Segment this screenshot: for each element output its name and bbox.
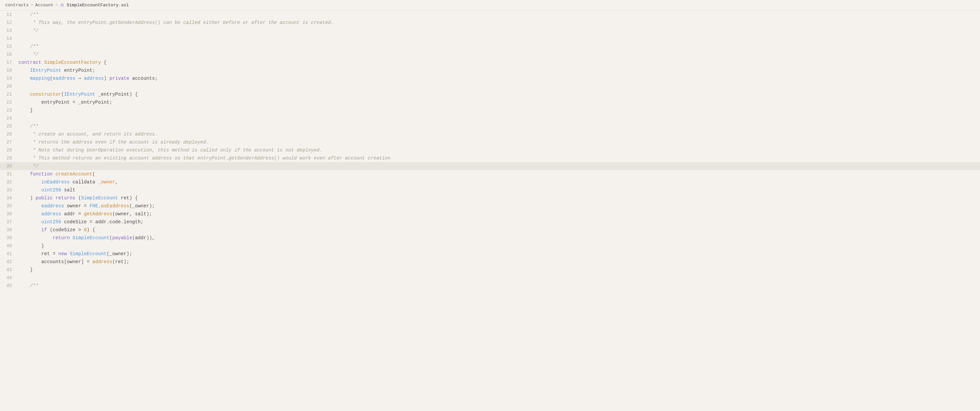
line-content: accounts[owner] = address(ret); <box>17 258 980 266</box>
line-number: 38 <box>0 226 17 234</box>
line-content: * Note that during UserOperation executi… <box>17 146 980 154</box>
code-editor: 11 /**12 * This way, the entryPoint.getS… <box>0 11 980 411</box>
line-content: entryPoint = _entryPoint; <box>17 98 980 106</box>
line-content: * This method returns an existing accoun… <box>17 154 980 162</box>
line-number: 21 <box>0 90 17 98</box>
line-content: uint256 salt <box>17 186 980 194</box>
code-line: 38 if (codeSize > 0) { <box>0 226 980 234</box>
line-number: 13 <box>0 27 17 35</box>
code-line: 43 } <box>0 266 980 274</box>
line-content: } <box>17 106 980 114</box>
line-number: 11 <box>0 11 17 19</box>
code-line: 29 * This method returns an existing acc… <box>0 154 980 162</box>
line-number: 31 <box>0 170 17 178</box>
breadcrumb-bar: contracts > Account > ⛭ SimpleEccountFac… <box>0 0 980 11</box>
line-content: /** <box>17 43 980 51</box>
line-content: ) public returns (SimpleEccount ret) { <box>17 194 980 202</box>
code-line: 23 } <box>0 106 980 114</box>
line-content <box>17 35 980 43</box>
file-icon: ⛭ <box>60 3 64 8</box>
line-number: 24 <box>0 114 17 122</box>
line-content: * This way, the entryPoint.getSenderAddr… <box>17 19 980 27</box>
code-line: 19 mapping(eaddress ⇒ address) private a… <box>0 75 980 83</box>
code-line: 18 IEntryPoint entryPoint; <box>0 67 980 75</box>
code-line: 16 */ <box>0 51 980 59</box>
code-line: 31 function createAccount( <box>0 170 980 178</box>
code-line: 25 /** <box>0 122 980 130</box>
line-content: function createAccount( <box>17 170 980 178</box>
code-line: 41 ret = new SimpleEccount(_owner); <box>0 250 980 258</box>
line-content: /** <box>17 11 980 19</box>
code-line: 22 entryPoint = _entryPoint; <box>0 98 980 106</box>
line-number: 16 <box>0 51 17 59</box>
line-number: 19 <box>0 75 17 83</box>
line-content: if (codeSize > 0) { <box>17 226 980 234</box>
line-number: 18 <box>0 67 17 75</box>
breadcrumb-sep-2: > <box>56 3 58 8</box>
line-content: /** <box>17 122 980 130</box>
breadcrumb-part-account[interactable]: Account <box>35 3 54 8</box>
code-line: 21 constructor(IEntryPoint _entryPoint) … <box>0 90 980 98</box>
line-content: inEaddress calldata _owner, <box>17 178 980 186</box>
line-number: 17 <box>0 59 17 67</box>
code-line: 26 * create an account, and return its a… <box>0 130 980 138</box>
code-line: 32 inEaddress calldata _owner, <box>0 178 980 186</box>
code-line: 11 /** <box>0 11 980 19</box>
line-number: 30 <box>0 162 17 170</box>
line-content <box>17 114 980 122</box>
code-line: 20 <box>0 83 980 90</box>
code-line: 33 uint256 salt <box>0 186 980 194</box>
code-line: 42 accounts[owner] = address(ret); <box>0 258 980 266</box>
line-content: * returns the address even if the accoun… <box>17 138 980 146</box>
line-number: 35 <box>0 202 17 210</box>
line-number: 22 <box>0 98 17 106</box>
line-number: 37 <box>0 218 17 226</box>
code-line: 44 <box>0 274 980 282</box>
breadcrumb-part-file[interactable]: SimpleEccountFactory.sol <box>67 3 129 8</box>
line-content: address addr = getAddress(owner, salt); <box>17 210 980 218</box>
line-number: 45 <box>0 282 17 290</box>
line-content <box>17 274 980 282</box>
line-number: 12 <box>0 19 17 27</box>
code-line: 37 uint256 codeSize = addr.code.length; <box>0 218 980 226</box>
line-number: 20 <box>0 83 17 90</box>
line-content: } <box>17 242 980 250</box>
code-line: 17contract SimpleEccountFactory { <box>0 59 980 67</box>
code-line: 36 address addr = getAddress(owner, salt… <box>0 210 980 218</box>
line-number: 44 <box>0 274 17 282</box>
line-content: uint256 codeSize = addr.code.length; <box>17 218 980 226</box>
line-number: 42 <box>0 258 17 266</box>
line-number: 23 <box>0 106 17 114</box>
line-number: 39 <box>0 234 17 242</box>
line-number: 14 <box>0 35 17 43</box>
code-line: 14 <box>0 35 980 43</box>
line-content: contract SimpleEccountFactory { <box>17 59 980 67</box>
line-content: */ <box>17 51 980 59</box>
breadcrumb-part-contracts[interactable]: contracts <box>5 3 29 8</box>
line-number: 36 <box>0 210 17 218</box>
code-line: 24 <box>0 114 980 122</box>
line-content: eaddress owner = FHE.asEaddress(_owner); <box>17 202 980 210</box>
code-line: 39 return SimpleEccount(payable(addr)), <box>0 234 980 242</box>
line-number: 26 <box>0 130 17 138</box>
code-line: 28 * Note that during UserOperation exec… <box>0 146 980 154</box>
line-number: 33 <box>0 186 17 194</box>
code-line: 27 * returns the address even if the acc… <box>0 138 980 146</box>
line-number: 25 <box>0 122 17 130</box>
line-number: 34 <box>0 194 17 202</box>
line-content: return SimpleEccount(payable(addr)), <box>17 234 980 242</box>
line-number: 27 <box>0 138 17 146</box>
line-content: mapping(eaddress ⇒ address) private acco… <box>17 75 980 83</box>
line-content <box>17 83 980 90</box>
line-content: */ <box>17 162 980 170</box>
line-content: /** <box>17 282 980 290</box>
code-line: 45 /** <box>0 282 980 290</box>
code-line: 13 */ <box>0 27 980 35</box>
line-number: 15 <box>0 43 17 51</box>
line-content: * create an account, and return its addr… <box>17 130 980 138</box>
code-line: 12 * This way, the entryPoint.getSenderA… <box>0 19 980 27</box>
line-number: 40 <box>0 242 17 250</box>
line-number: 28 <box>0 146 17 154</box>
breadcrumb-sep-1: > <box>30 3 33 8</box>
line-content: } <box>17 266 980 274</box>
